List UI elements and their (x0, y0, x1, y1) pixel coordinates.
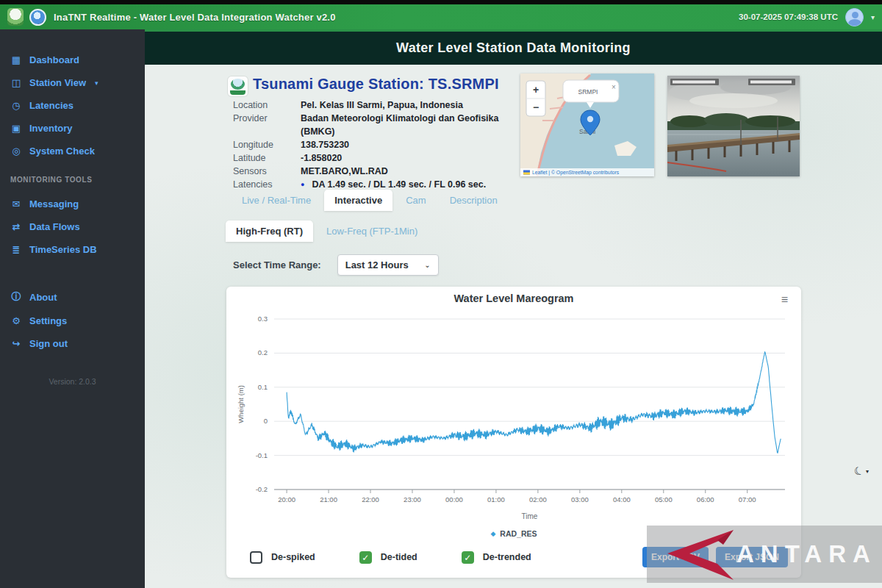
toggle-caret-icon: ▾ (866, 468, 869, 475)
checkbox-de-trended[interactable]: ✓ De-trended (462, 551, 531, 564)
sidebar-item-label: Latencies (29, 100, 74, 111)
mareogram-card: Water Level Mareogram ≡ 0.30.20.10-0.1-0… (226, 287, 801, 578)
inatnt-globe-logo-icon (29, 9, 46, 26)
map-popup-label: SRMPI (578, 88, 598, 96)
chart-menu-icon[interactable]: ≡ (781, 293, 788, 307)
info-row-sensors: Sensors MET.BARO,WL.RAD (233, 165, 527, 178)
sidebar-item-settings[interactable]: ⚙ Settings (0, 309, 145, 332)
gear-icon: ⚙ (10, 315, 22, 326)
sidebar-item-label: Station View (29, 77, 86, 88)
top-bar: InaTNT Realtime - Water Level Data Integ… (0, 0, 882, 29)
sidebar-item-label: Inventory (29, 123, 73, 134)
checkbox-box: ✓ (462, 551, 474, 564)
sidebar-item-label: System Check (29, 146, 95, 157)
export-json-button[interactable]: Export JSON (716, 547, 788, 567)
user-avatar[interactable] (845, 8, 864, 26)
sidebar-item-label: Sign out (29, 338, 68, 349)
clock-icon: ◷ (10, 100, 22, 111)
svg-text:0.1: 0.1 (258, 383, 268, 391)
info-label: Location (233, 98, 301, 112)
zoom-in-button[interactable]: + (533, 84, 539, 96)
subtab-low-freq[interactable]: Low-Freq (FTP-1Min) (316, 220, 428, 242)
svg-text:03:00: 03:00 (571, 495, 589, 503)
monitoring-tools-section-label: MONITORING TOOLS (0, 162, 145, 193)
sidebar: ▦ Dashboard ◫ Station View ▾ ◷ Latencies… (0, 29, 145, 588)
svg-text:21:00: 21:00 (320, 495, 337, 503)
chart-title: Water Level Mareogram (234, 293, 794, 304)
info-value: MET.BARO,WL.RAD (301, 165, 388, 178)
sidebar-item-station-view[interactable]: ◫ Station View ▾ (0, 71, 145, 94)
svg-text:23:00: 23:00 (404, 495, 421, 503)
main-content: Water Level Station Data Monitoring Tsun… (145, 29, 882, 588)
station-map[interactable]: Sarmi SRMPI × + − (520, 74, 654, 176)
app-title: InaTNT Realtime - Water Level Data Integ… (54, 12, 336, 23)
database-icon: ≣ (10, 244, 22, 255)
moon-icon: ☾ (852, 463, 866, 479)
page-header: Water Level Station Data Monitoring (145, 29, 882, 65)
zoom-out-button[interactable]: − (533, 101, 539, 113)
time-range-value: Last 12 Hours (345, 259, 409, 270)
svg-text:05:00: 05:00 (655, 495, 673, 503)
map-zoom-control: + − (526, 81, 545, 116)
sidebar-item-system-check[interactable]: ◎ System Check (0, 140, 145, 162)
mareogram-plot: 0.30.20.10-0.1-0.220:0021:0022:0023:0000… (234, 310, 791, 525)
dark-mode-toggle[interactable]: ☾ ▾ (854, 465, 869, 478)
chart-legend[interactable]: ◆ RAD_RES (234, 529, 794, 538)
dashboard-icon: ▦ (10, 54, 22, 65)
info-row-longitude: Longitude 138.753230 (233, 138, 527, 151)
info-label: Longitude (233, 138, 301, 151)
info-label: Sensors (233, 165, 301, 178)
chevron-down-icon: ▾ (95, 79, 98, 87)
svg-text:04:00: 04:00 (613, 495, 631, 503)
info-value: Pel. Kelas III Sarmi, Papua, Indonesia (301, 98, 463, 112)
sidebar-item-dashboard[interactable]: ▦ Dashboard (0, 49, 145, 71)
messaging-icon: ✉ (10, 198, 22, 209)
sidebar-item-timeseries-db[interactable]: ≣ TimeSeries DB (0, 238, 145, 261)
popup-close-icon[interactable]: × (612, 83, 616, 91)
info-label: Latitude (233, 151, 301, 165)
station-view-icon: ◫ (10, 77, 22, 88)
sidebar-item-latencies[interactable]: ◷ Latencies (0, 94, 145, 117)
export-csv-button[interactable]: Export CSV (642, 547, 709, 567)
checkbox-de-tided[interactable]: ✓ De-tided (359, 551, 417, 564)
info-value: Badan Meteorologi Klimatologi dan Geofis… (301, 112, 527, 138)
station-tabs: Live / Real-Time Interactive Cam Descrip… (232, 190, 508, 211)
svg-text:Wheight (m): Wheight (m) (237, 385, 245, 423)
station-camera-snapshot (667, 76, 800, 176)
checkbox-box (250, 551, 262, 564)
tab-interactive[interactable]: Interactive (324, 190, 392, 211)
svg-text:20:00: 20:00 (278, 495, 295, 503)
info-icon: ⓘ (10, 290, 22, 304)
station-title: Tsunami Gauge Station: TS.SRMPI (253, 76, 499, 93)
time-range-select[interactable]: Last 12 Hours ⌄ (337, 254, 439, 276)
info-value: 138.753230 (301, 138, 349, 151)
checkbox-de-spiked[interactable]: De-spiked (250, 551, 315, 564)
chart-controls: De-spiked ✓ De-tided ✓ De-trended Export… (234, 547, 794, 567)
sidebar-item-sign-out[interactable]: ↪ Sign out (0, 332, 145, 355)
subtab-high-freq[interactable]: High-Freq (RT) (226, 220, 313, 242)
sidebar-item-data-flows[interactable]: ⇄ Data Flows (0, 215, 145, 238)
svg-text:0: 0 (264, 417, 268, 425)
sidebar-item-label: Dashboard (29, 54, 79, 65)
svg-text:06:00: 06:00 (697, 495, 714, 503)
user-menu-caret-icon[interactable]: ▾ (871, 13, 875, 21)
data-flows-icon: ⇄ (10, 221, 22, 232)
svg-text:07:00: 07:00 (739, 495, 756, 503)
info-label: Provider (233, 112, 301, 138)
utc-timestamp: 30-07-2025 07:49:38 UTC (739, 12, 838, 21)
sidebar-item-about[interactable]: ⓘ About (0, 284, 145, 309)
select-caret-icon: ⌄ (424, 261, 430, 269)
tab-live-real-time[interactable]: Live / Real-Time (232, 190, 321, 211)
checkbox-label: De-tided (381, 552, 417, 562)
svg-text:22:00: 22:00 (362, 495, 379, 503)
legend-series-name: RAD_RES (500, 529, 537, 538)
info-row-provider: Provider Badan Meteorologi Klimatologi d… (233, 112, 527, 138)
tab-description[interactable]: Description (440, 190, 508, 211)
sidebar-item-inventory[interactable]: ▣ Inventory (0, 117, 145, 140)
svg-text:Time: Time (522, 512, 538, 520)
inventory-icon: ▣ (10, 123, 22, 134)
sidebar-item-messaging[interactable]: ✉ Messaging (0, 193, 145, 215)
tab-cam[interactable]: Cam (395, 190, 436, 211)
svg-text:00:00: 00:00 (445, 495, 463, 503)
map-attribution[interactable]: Leaflet | © OpenStreetMap contributors (532, 170, 620, 176)
